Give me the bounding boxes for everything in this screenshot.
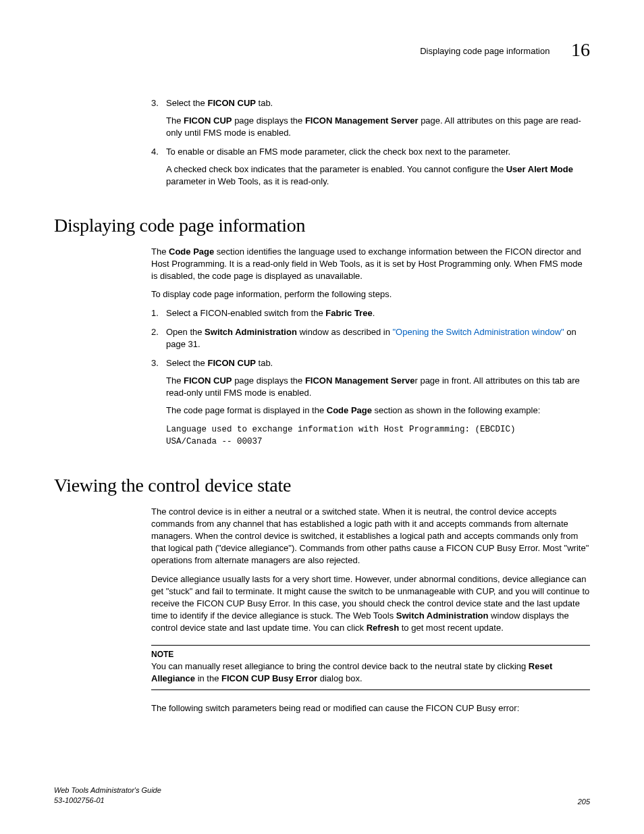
s1-step-3: 3. Select the FICON CUP tab. The FICON C…	[151, 357, 590, 448]
paragraph: The control device is in either a neutra…	[151, 506, 590, 567]
footer-left: Web Tools Administrator's Guide 53-10027…	[54, 785, 161, 806]
s1-step-2: 2. Open the Switch Administration window…	[151, 326, 590, 350]
s1-step-3-sub2: The code page format is displayed in the…	[166, 405, 590, 417]
chapter-number: 16	[571, 39, 590, 60]
step-3-sub: The FICON CUP page displays the FICON Ma…	[166, 115, 590, 139]
note-title: NOTE	[151, 650, 590, 659]
section-1-body: The Code Page section identifies the lan…	[151, 246, 590, 448]
step-4: 4. To enable or disable an FMS mode para…	[151, 146, 590, 188]
section-2-body: The control device is in either a neutra…	[151, 506, 590, 714]
s1-step-3-sub1: The FICON CUP page displays the FICON Ma…	[166, 375, 590, 399]
note-body: You can manually reset allegiance to bri…	[151, 660, 590, 685]
section-heading-1: Displaying code page information	[54, 215, 590, 236]
doc-title: Web Tools Administrator's Guide	[54, 785, 161, 796]
intro-steps: 3. Select the FICON CUP tab. The FICON C…	[151, 97, 590, 188]
document-page: Displaying code page information 16 3. S…	[0, 0, 644, 834]
step-number: 4.	[151, 146, 166, 188]
step-3: 3. Select the FICON CUP tab. The FICON C…	[151, 97, 590, 139]
section-heading-2: Viewing the control device state	[54, 475, 590, 496]
note-box: NOTE You can manually reset allegiance t…	[151, 645, 590, 691]
running-title: Displaying code page information	[420, 46, 549, 56]
code-example: Language used to exchange information wi…	[166, 423, 590, 448]
doc-number: 53-1002756-01	[54, 796, 161, 806]
step-number: 3.	[151, 97, 166, 139]
running-header: Displaying code page information 16	[54, 39, 590, 61]
paragraph: The Code Page section identifies the lan…	[151, 246, 590, 282]
page-footer: Web Tools Administrator's Guide 53-10027…	[54, 785, 590, 806]
page-number: 205	[578, 798, 590, 806]
step-4-sub: A checked check box indicates that the p…	[166, 163, 590, 188]
paragraph: Device allegiance usually lasts for a ve…	[151, 573, 590, 634]
cross-ref-link[interactable]: "Opening the Switch Administration windo…	[393, 327, 564, 337]
step-body: To enable or disable an FMS mode paramet…	[166, 146, 590, 188]
step-body: Select the FICON CUP tab. The FICON CUP …	[166, 97, 590, 139]
paragraph: The following switch parameters being re…	[151, 702, 590, 714]
paragraph: To display code page information, perfor…	[151, 288, 590, 301]
s1-step-1: 1. Select a FICON-enabled switch from th…	[151, 307, 590, 319]
